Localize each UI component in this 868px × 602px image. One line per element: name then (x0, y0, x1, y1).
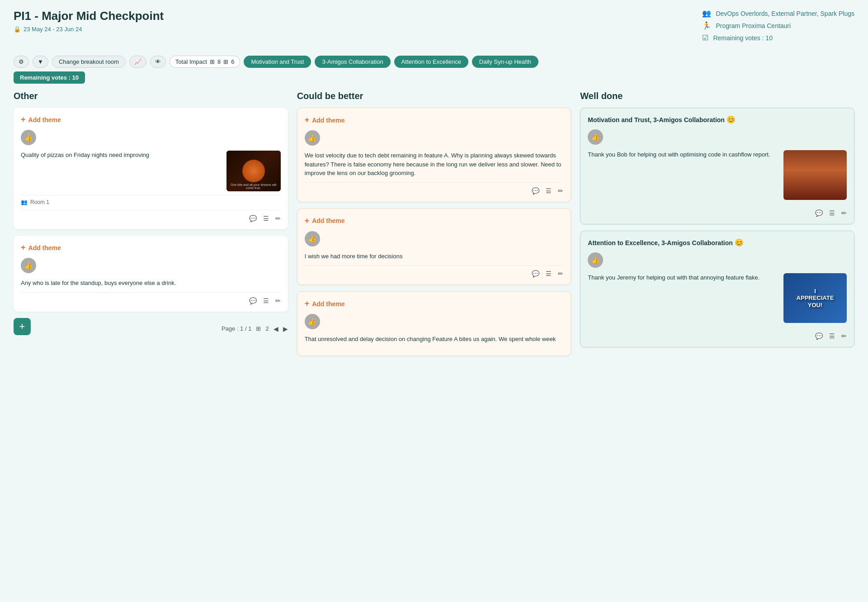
list-icon-col3-1[interactable]: ☰ (829, 209, 835, 217)
column-could-be-better-title: Could be better (297, 91, 571, 101)
pizza-caption: One bite and all your dreams will come t… (226, 183, 281, 190)
comment-icon-col2-2[interactable]: 💬 (532, 270, 539, 277)
column-well-done-title: Well done (580, 91, 854, 101)
list-icon-col3-2[interactable]: ☰ (829, 332, 835, 340)
like-button-col2-3[interactable]: 👍 (305, 314, 320, 329)
like-button-col3-1[interactable]: 👍 (588, 129, 603, 145)
column-well-done: Well done Motivation and Trust, 3-Amigos… (580, 91, 854, 354)
like-button-1[interactable]: 👍 (21, 130, 36, 145)
card-actions-col3-1: 💬 ☰ ✏ (588, 204, 847, 217)
tab-daily-synup[interactable]: Daily Syn-up Health (472, 56, 538, 68)
column-other-title: Other (14, 91, 288, 101)
edit-icon-2[interactable]: ✏ (275, 297, 281, 304)
layers-icon: ⊞ (210, 58, 215, 65)
header-teams-row: 👥 DevOps Overlords, External Partner, Sp… (702, 9, 854, 18)
thumbs-up-icon-col3-2: 👍 (591, 256, 600, 264)
card-content-row-1: Quality of pizzas on Friday nights need … (21, 151, 281, 191)
change-breakout-room-button[interactable]: Change breakout room (52, 56, 126, 68)
emoji-jeremy: 😊 (735, 239, 744, 246)
list-icon-1[interactable]: ☰ (263, 215, 269, 222)
list-icon-2[interactable]: ☰ (263, 297, 269, 304)
add-theme-button-col2-1[interactable]: + Add theme (305, 115, 345, 125)
thumbs-up-icon-2: 👍 (24, 261, 33, 270)
card-actions-1: 💬 ☰ ✏ (21, 210, 281, 222)
card-actions-col2-2: 💬 ☰ ✏ (305, 265, 564, 277)
comment-icon-col3-2[interactable]: 💬 (815, 332, 823, 340)
columns: Other + Add theme 👍 Quality of pizzas on… (14, 91, 854, 362)
like-button-col2-1[interactable]: 👍 (305, 130, 320, 146)
tab-attention-to-excellence[interactable]: Attention to Excellence (394, 56, 468, 68)
card-bob: Motivation and Trust, 3-Amigos Collabora… (580, 108, 854, 224)
pagination-row: + Page : 1 / 1 ⊞ 2 ◀ ▶ (14, 318, 288, 335)
page-header: PI1 - Major Mid Checkpoint 🔒 23 May 24 -… (14, 9, 854, 42)
comment-icon-1[interactable]: 💬 (249, 215, 257, 222)
add-theme-button-2[interactable]: + Add theme (21, 243, 61, 252)
emoji-bob: 😊 (726, 116, 736, 123)
card-text-jeremy: Thank you Jeremy for helping out with th… (588, 273, 778, 282)
card-image-pizza: One bite and all your dreams will come t… (226, 151, 281, 191)
add-theme-button-col2-2[interactable]: + Add theme (305, 216, 345, 226)
filter-button[interactable]: ▼ (33, 56, 48, 68)
list-icon-col2-1[interactable]: ☰ (546, 187, 552, 194)
next-page-button[interactable]: ▶ (283, 325, 288, 332)
thumbs-up-icon: 👍 (24, 133, 33, 142)
card-text-col2-3: That unresolved and delay decision on ch… (305, 335, 564, 344)
remaining-votes-badge: Remaining votes : 10 (14, 71, 85, 84)
card-pizza: + Add theme 👍 Quality of pizzas on Frida… (14, 108, 288, 229)
runner-icon: 🏃 (702, 21, 711, 30)
like-button-2[interactable]: 👍 (21, 258, 36, 273)
like-button-col3-2[interactable]: 👍 (588, 252, 603, 268)
card-decisions: + Add theme 👍 I wish we had more time fo… (297, 209, 571, 285)
pagination: Page : 1 / 1 ⊞ 2 ◀ ▶ (222, 325, 288, 332)
page-title: PI1 - Major Mid Checkpoint (14, 9, 164, 23)
card-content-row-bob: Thank you Bob for helping out with optim… (588, 150, 847, 200)
chart-button[interactable]: 📈 (129, 56, 146, 68)
tab-3-amigos[interactable]: 3-Amigos Collaboration (315, 56, 390, 68)
card-text-1: Quality of pizzas on Friday nights need … (21, 151, 221, 160)
header-left: PI1 - Major Mid Checkpoint 🔒 23 May 24 -… (14, 9, 164, 33)
card-unresolved: + Add theme 👍 That unresolved and delay … (297, 291, 571, 356)
card-text-2: Any who is late for the standup, buys ev… (21, 279, 281, 288)
room-icon: 👥 (21, 199, 28, 205)
header-program-row: 🏃 Program Proxima Centauri (702, 21, 854, 30)
card-room-1: 👥 Room 1 (21, 195, 281, 205)
layers-pagination-icon: ⊞ (256, 325, 261, 332)
column-could-be-better: Could be better + Add theme 👍 We lost ve… (297, 91, 571, 362)
card-text-col2-1: We lost velocity due to tech debt remain… (305, 151, 564, 178)
list-icon-col2-2[interactable]: ☰ (546, 270, 552, 277)
comment-icon-col3-1[interactable]: 💬 (815, 209, 823, 217)
prev-page-button[interactable]: ◀ (274, 325, 278, 332)
card-jeremy: Attention to Excellence, 3-Amigos Collab… (580, 231, 854, 347)
add-card-button[interactable]: + (14, 318, 31, 335)
tab-motivation-and-trust[interactable]: Motivation and Trust (244, 56, 311, 68)
edit-icon-col3-1[interactable]: ✏ (841, 209, 847, 217)
add-theme-button-1[interactable]: + Add theme (21, 115, 61, 124)
add-theme-button-col2-3[interactable]: + Add theme (305, 299, 345, 308)
header-votes-row: ☑ Remaining votes : 10 (702, 33, 854, 42)
card-text-col2-2: I wish we had more time for decisions (305, 252, 564, 261)
card-jeremy-theme: Attention to Excellence, 3-Amigos Collab… (588, 238, 847, 247)
card-actions-2: 💬 ☰ ✏ (21, 292, 281, 304)
settings-button[interactable]: ⚙ (14, 56, 29, 68)
edit-icon-col2-2[interactable]: ✏ (558, 270, 563, 277)
card-content-row-jeremy: Thank you Jeremy for helping out with th… (588, 273, 847, 323)
card-image-jeremy: IAPPRECIATEYOU! (783, 273, 847, 323)
edit-icon-col3-2[interactable]: ✏ (841, 332, 847, 340)
layers2-icon: ⊞ (223, 58, 228, 65)
comment-icon-col2-1[interactable]: 💬 (532, 187, 539, 194)
like-button-col2-2[interactable]: 👍 (305, 231, 320, 246)
eye-button[interactable]: 👁 (150, 56, 166, 68)
thumbs-up-icon-col2-3: 👍 (308, 318, 316, 326)
edit-icon-1[interactable]: ✏ (275, 215, 281, 222)
checkbox-icon: ☑ (702, 33, 708, 42)
thumbs-up-icon-col2-2: 👍 (308, 235, 316, 243)
teams-icon: 👥 (702, 9, 711, 18)
card-bob-theme: Motivation and Trust, 3-Amigos Collabora… (588, 115, 847, 124)
comment-icon-2[interactable]: 💬 (249, 297, 257, 304)
card-velocity: + Add theme 👍 We lost velocity due to te… (297, 108, 571, 202)
thumbs-up-icon-col3-1: 👍 (591, 133, 600, 141)
card-text-bob: Thank you Bob for helping out with optim… (588, 150, 778, 159)
header-right: 👥 DevOps Overlords, External Partner, Sp… (702, 9, 854, 42)
card-standup: + Add theme 👍 Any who is late for the st… (14, 236, 288, 312)
edit-icon-col2-1[interactable]: ✏ (558, 187, 563, 194)
